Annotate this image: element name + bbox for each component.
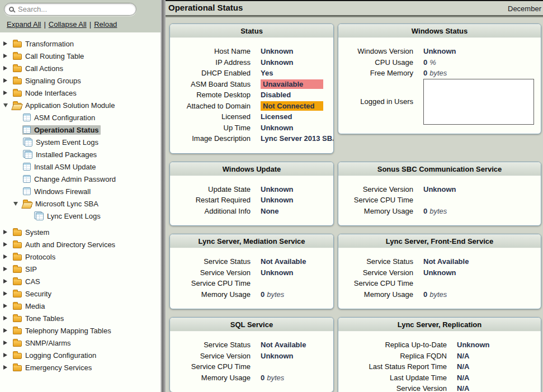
- warning-status-badge: Not Connected: [261, 101, 323, 111]
- tree-item-application-solution-module[interactable]: Application Solution Module: [0, 99, 160, 111]
- field-label: Service CPU Time: [177, 279, 261, 287]
- field-value: Unknown: [423, 268, 456, 277]
- field-label: Service Version: [345, 185, 423, 193]
- tree-item-call-actions[interactable]: Call Actions: [0, 62, 160, 74]
- page-date: December: [508, 4, 541, 13]
- tree-item-protocols[interactable]: Protocols: [0, 251, 160, 263]
- tree-item-tone-tables[interactable]: Tone Tables: [0, 312, 160, 324]
- reload-link[interactable]: Reload: [94, 20, 117, 29]
- field-value: Unknown: [423, 47, 456, 55]
- tree-item-logging-configuration[interactable]: Logging Configuration: [0, 349, 160, 361]
- field-label: Free Memory: [345, 69, 423, 77]
- tree-item-asm-configuration[interactable]: ASM Configuration: [0, 111, 160, 124]
- folder-icon: [13, 54, 22, 60]
- field-label: Service Version: [177, 352, 261, 360]
- tree-item-label: Signaling Groups: [25, 77, 81, 85]
- field-label: Licensed: [177, 112, 261, 121]
- field-value-wrap: Licensed: [261, 112, 292, 121]
- collapse-arrow-icon[interactable]: [3, 103, 8, 107]
- tree-item-change-admin-password[interactable]: Change Admin Password: [0, 173, 160, 185]
- field-label: Restart Required: [177, 196, 261, 204]
- tree-item-body: Telephony Mapping Tables: [12, 326, 113, 336]
- field-value-wrap: None: [261, 207, 279, 215]
- table-icon: [23, 175, 31, 183]
- folder-icon: [13, 41, 22, 48]
- expand-arrow-icon[interactable]: [3, 254, 7, 259]
- status-panels-grid: StatusHost NameUnknownIP AddressUnknownD…: [169, 23, 541, 392]
- tree-item-install-asm-update[interactable]: Install ASM Update: [0, 160, 160, 173]
- tree-item-label: CAS: [25, 277, 40, 286]
- tree-item-body: Transformation: [12, 39, 75, 49]
- expand-arrow-icon[interactable]: [3, 267, 7, 271]
- expand-arrow-icon[interactable]: [3, 365, 7, 370]
- tree-item-system[interactable]: System: [0, 226, 160, 238]
- tree-item-node-interfaces[interactable]: Node Interfaces: [0, 87, 160, 99]
- tree-arrow-cell: [3, 365, 12, 370]
- field-value: Yes: [261, 69, 273, 77]
- expand-arrow-icon[interactable]: [3, 91, 7, 95]
- folder-icon: [13, 254, 22, 261]
- table-icon: [23, 114, 31, 121]
- tree-item-body: Signaling Groups: [12, 76, 83, 86]
- expand-arrow-icon[interactable]: [3, 328, 7, 333]
- tree-item-installed-packages[interactable]: Installed Packages: [0, 148, 160, 160]
- tree-item-operational-status[interactable]: Operational Status: [0, 124, 160, 136]
- tree-item-auth-and-directory-services[interactable]: Auth and Directory Services: [0, 238, 160, 251]
- expand-arrow-icon[interactable]: [3, 41, 7, 46]
- field-row-additional-info: Additional InfoNone: [177, 206, 327, 217]
- tree-item-body: SIP: [12, 265, 39, 274]
- field-value-wrap: Unknown: [423, 268, 456, 277]
- expand-arrow-icon[interactable]: [3, 353, 7, 357]
- expand-all-link[interactable]: Expand All: [7, 20, 41, 29]
- collapse-arrow-icon[interactable]: [13, 202, 18, 206]
- field-row-attached-to-domain: Attached to DomainNot Connected: [177, 101, 327, 112]
- expand-arrow-icon[interactable]: [3, 54, 7, 58]
- panel-status: StatusHost NameUnknownIP AddressUnknownD…: [169, 23, 334, 154]
- search-box[interactable]: [4, 3, 136, 16]
- tree-arrow-cell: [13, 202, 22, 206]
- panel-lync-mediation-service: Lync Server, Mediation ServiceService St…: [169, 234, 334, 309]
- tree-item-system-event-logs[interactable]: System Event Logs: [0, 136, 160, 148]
- tree-item-windows-firewall[interactable]: Windows Firewall: [0, 185, 160, 197]
- field-row-service-version: Service VersionN/A: [345, 383, 534, 392]
- field-row-service-cpu-time: Service CPU Time: [345, 195, 534, 206]
- search-input[interactable]: [18, 5, 124, 13]
- field-value: 0: [423, 69, 427, 77]
- table-icon: [23, 163, 31, 171]
- field-row-up-time: Up TimeUnknown: [177, 122, 327, 134]
- tree-item-telephony-mapping-tables[interactable]: Telephony Mapping Tables: [0, 324, 160, 337]
- expand-arrow-icon[interactable]: [3, 242, 7, 247]
- expand-arrow-icon[interactable]: [3, 66, 7, 70]
- expand-arrow-icon[interactable]: [3, 304, 7, 308]
- expand-arrow-icon[interactable]: [3, 291, 7, 296]
- tree-item-snmp-alarms[interactable]: SNMP/Alarms: [0, 337, 160, 349]
- tree-arrow-cell: [3, 103, 12, 107]
- tree-item-label: Lync Event Logs: [47, 212, 101, 220]
- tree-item-transformation[interactable]: Transformation: [0, 37, 160, 50]
- value-unit: bytes: [267, 290, 284, 299]
- expand-arrow-icon[interactable]: [3, 279, 7, 284]
- tree-item-signaling-groups[interactable]: Signaling Groups: [0, 74, 160, 87]
- sidebar-splitter[interactable]: [160, 0, 166, 392]
- tree-item-sip[interactable]: SIP: [0, 263, 160, 275]
- tree-item-label: SNMP/Alarms: [25, 339, 71, 347]
- expand-arrow-icon[interactable]: [3, 230, 7, 234]
- folder-icon: [13, 365, 22, 371]
- field-value-wrap: Unknown: [261, 47, 294, 55]
- expand-arrow-icon[interactable]: [3, 341, 7, 345]
- tree-item-microsoft-lync-sba[interactable]: Microsoft Lync SBA: [0, 197, 160, 210]
- tree-item-body: Application Solution Module: [12, 101, 116, 110]
- tree-item-security[interactable]: Security: [0, 287, 160, 300]
- tree-item-media[interactable]: Media: [0, 300, 160, 312]
- tree-item-emergency-services[interactable]: Emergency Services: [0, 361, 160, 374]
- expand-arrow-icon[interactable]: [3, 78, 7, 83]
- field-value: N/A: [457, 384, 469, 392]
- tree-item-cas[interactable]: CAS: [0, 275, 160, 287]
- expand-arrow-icon[interactable]: [3, 316, 7, 320]
- tree-item-call-routing-table[interactable]: Call Routing Table: [0, 50, 160, 62]
- navigation-sidebar: Expand All|Collapse All|Reload Transform…: [0, 0, 160, 392]
- tree-item-lync-event-logs[interactable]: Lync Event Logs: [0, 210, 160, 222]
- collapse-all-link[interactable]: Collapse All: [49, 20, 87, 29]
- panel-title: SQL Service: [170, 318, 333, 332]
- tree-item-label: Operational Status: [34, 126, 99, 134]
